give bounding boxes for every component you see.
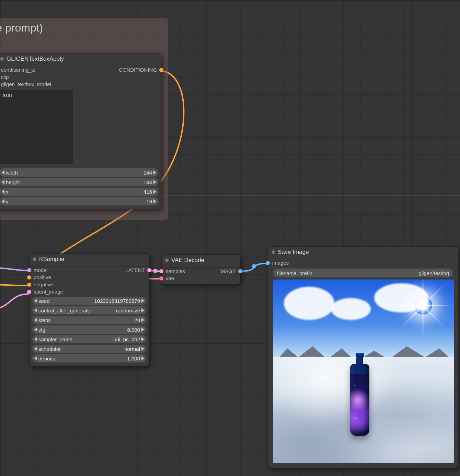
node-title: GLIGENTextBoxApply: [7, 56, 64, 62]
increment-icon[interactable]: [153, 180, 156, 184]
param-scheduler[interactable]: scheduler normal: [32, 345, 146, 353]
port-latent-out[interactable]: [147, 268, 151, 272]
input-label: gligen_textbox_model: [1, 81, 51, 87]
svg-point-0: [153, 269, 157, 273]
bottle-icon: [350, 364, 369, 436]
param-value: 16: [146, 199, 153, 204]
input-label: vae: [166, 275, 174, 281]
decrement-icon[interactable]: [2, 199, 4, 203]
param-value: 20: [134, 317, 141, 323]
prompt-textarea[interactable]: [0, 90, 73, 164]
param-label: sampler_name: [37, 336, 113, 342]
input-label: images: [272, 260, 289, 266]
param-height[interactable]: height 144: [0, 178, 158, 186]
input-label: positive: [34, 274, 51, 280]
collapse-dot-icon[interactable]: [165, 259, 169, 262]
collapse-dot-icon[interactable]: [272, 250, 275, 254]
node-save-image[interactable]: Save Image images filename_prefix gligen…: [268, 246, 458, 468]
increment-icon[interactable]: [141, 308, 144, 312]
param-label: seed: [37, 298, 94, 304]
port-positive-in[interactable]: [27, 275, 31, 279]
port-vae-in[interactable]: [159, 276, 163, 281]
increment-icon[interactable]: [141, 356, 144, 360]
param-value: 1023216319780679: [94, 298, 141, 304]
decrement-icon[interactable]: [2, 170, 4, 175]
param-label: steps: [37, 317, 134, 323]
decrement-icon[interactable]: [34, 308, 37, 312]
param-seed[interactable]: seed 1023216319780679: [32, 297, 146, 305]
input-label: clip: [1, 74, 9, 80]
field-value: gligen/testing: [419, 270, 449, 276]
decrement-icon[interactable]: [34, 328, 37, 332]
group-title: ch some elements in the base prompt): [0, 22, 161, 34]
filename-prefix-field[interactable]: filename_prefix gligen/testing: [273, 269, 453, 277]
node-ksampler[interactable]: KSampler model LATENT positive negative …: [29, 253, 149, 366]
node-header[interactable]: KSampler: [30, 254, 149, 266]
port-images-in[interactable]: [266, 261, 270, 265]
input-label: model: [34, 267, 48, 273]
param-label: width: [4, 170, 143, 176]
param-control[interactable]: control_after_generate randomize: [32, 306, 146, 314]
field-label: filename_prefix: [277, 270, 312, 276]
decrement-icon[interactable]: [34, 347, 37, 351]
increment-icon[interactable]: [153, 190, 156, 194]
param-x[interactable]: x 416: [0, 188, 158, 196]
increment-icon[interactable]: [141, 318, 144, 322]
decrement-icon[interactable]: [34, 318, 37, 322]
param-value: uni_pc_bh2: [113, 336, 141, 342]
decrement-icon[interactable]: [34, 299, 37, 303]
param-value: 144: [143, 170, 153, 176]
node-canvas[interactable]: ch some elements in the base prompt) GLI…: [0, 0, 460, 476]
increment-icon[interactable]: [141, 299, 144, 303]
param-label: cfg: [37, 327, 127, 333]
node-title: Save Image: [278, 249, 309, 255]
svg-point-1: [252, 264, 256, 268]
increment-icon[interactable]: [153, 170, 156, 175]
param-sampler[interactable]: sampler_name uni_pc_bh2: [32, 335, 146, 343]
increment-icon[interactable]: [141, 337, 144, 341]
param-value: normal: [124, 346, 141, 352]
param-denoise[interactable]: denoise 1.000: [32, 354, 146, 362]
param-y[interactable]: y 16: [0, 197, 158, 205]
decrement-icon[interactable]: [2, 180, 4, 184]
param-value: 1.000: [127, 356, 141, 361]
decrement-icon[interactable]: [2, 190, 4, 194]
port-image-out[interactable]: [238, 269, 242, 273]
ksampler-params: seed 1023216319780679 control_after_gene…: [30, 295, 149, 366]
output-image-preview[interactable]: [273, 279, 454, 463]
collapse-dot-icon[interactable]: [33, 258, 36, 261]
increment-icon[interactable]: [141, 347, 144, 351]
port-latent-in[interactable]: [27, 290, 31, 294]
param-width[interactable]: width 144: [0, 168, 158, 177]
param-label: scheduler: [37, 346, 124, 352]
node-header[interactable]: Save Image: [268, 247, 458, 259]
node-gligen[interactable]: GLIGENTextBoxApply conditioning_to CONDI…: [0, 53, 161, 209]
input-label: conditioning_to: [1, 67, 36, 73]
param-cfg[interactable]: cfg 8.000: [32, 325, 146, 334]
node-title: KSampler: [39, 256, 65, 263]
port-model-in[interactable]: [27, 268, 31, 272]
input-label: latent_image: [34, 289, 63, 295]
param-label: x: [4, 189, 143, 195]
sun-icon: [414, 296, 432, 314]
node-vae-decode[interactable]: VAE Decode samples IMAGE vae: [161, 254, 240, 284]
output-label: CONDITIONING: [119, 67, 157, 73]
port-samples-in[interactable]: [159, 269, 163, 273]
port-negative-in[interactable]: [27, 283, 31, 287]
decrement-icon[interactable]: [34, 337, 37, 341]
port-conditioning-out[interactable]: [159, 68, 163, 72]
output-label: IMAGE: [219, 268, 236, 274]
increment-icon[interactable]: [141, 328, 144, 332]
param-steps[interactable]: steps 20: [32, 316, 146, 324]
param-value: 144: [143, 179, 153, 185]
node-header[interactable]: VAE Decode: [162, 255, 240, 267]
input-label: negative: [34, 282, 53, 287]
increment-icon[interactable]: [153, 199, 156, 203]
decrement-icon[interactable]: [34, 356, 37, 360]
param-value: randomize: [116, 308, 141, 313]
input-label: samples: [166, 268, 185, 274]
param-label: height: [4, 179, 143, 185]
collapse-dot-icon[interactable]: [0, 57, 4, 61]
node-header[interactable]: GLIGENTextBoxApply: [0, 53, 161, 66]
gligen-params: width 144 height 144 x 416 y 16: [0, 167, 161, 209]
